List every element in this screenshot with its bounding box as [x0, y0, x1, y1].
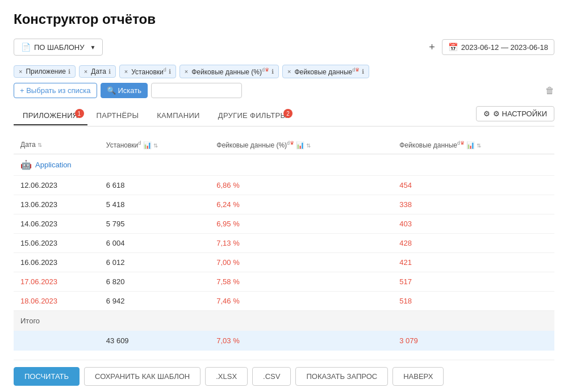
totals-fake-abs-cell: 3 079	[392, 331, 554, 351]
cell-date-5: 17.06.2023	[14, 272, 99, 292]
settings-button[interactable]: ⚙ ⚙ НАСТРОЙКИ	[476, 106, 554, 121]
sort-fake-abs-icon[interactable]: ⇅	[477, 142, 481, 149]
date-info-icon[interactable]: ℹ	[108, 68, 111, 75]
cell-fake-pct-0: 6,86 %	[210, 176, 392, 195]
save-template-button[interactable]: СОХРАНИТЬ КАК ШАБЛОН	[84, 367, 201, 386]
table-row: 16.06.2023 6 012 7,00 % 421	[14, 253, 554, 272]
cell-installs-3: 6 004	[99, 234, 210, 253]
total-label-row: Итого	[14, 311, 554, 331]
cell-fake-pct-4: 7,00 %	[210, 253, 392, 272]
cell-date-4: 16.06.2023	[14, 253, 99, 272]
totals-fake-pct-value: 7,03 %	[216, 336, 239, 345]
remove-fake-pct-filter-button[interactable]: ×	[185, 68, 188, 75]
tab-applications[interactable]: ПРИЛОЖЕНИЯ 1	[14, 107, 87, 125]
chart-icon-installs[interactable]: 📊	[143, 141, 152, 149]
search-row: + Выбрать из списка 🔍 Искать 🗑	[14, 83, 554, 98]
cell-date-3: 15.06.2023	[14, 234, 99, 253]
filter-tag-date: × Дата ℹ	[79, 65, 116, 78]
totals-installs-cell: 43 609	[99, 331, 210, 351]
remove-date-filter-button[interactable]: ×	[84, 68, 87, 75]
action-bar: ПОСЧИТАТЬ СОХРАНИТЬ КАК ШАБЛОН .XLSX .CS…	[14, 360, 554, 386]
remove-app-filter-button[interactable]: ×	[19, 68, 22, 75]
cell-fake-pct-2: 6,95 %	[210, 214, 392, 234]
template-button[interactable]: 📄 ПО ШАБЛОНУ ▼	[14, 39, 103, 56]
sort-date-icon[interactable]: ⇅	[37, 142, 42, 148]
filter-fake-abs-label: Фейковые данныеd♛	[294, 67, 360, 76]
add-from-list-label: + Выбрать из списка	[20, 86, 91, 95]
app-group-row: 🤖 Application	[14, 154, 554, 176]
cell-installs-1: 5 418	[99, 195, 210, 214]
col-date-label: Дата	[20, 141, 36, 149]
total-label: Итого	[20, 317, 40, 325]
show-query-button[interactable]: ПОКАЗАТЬ ЗАПРОС	[295, 367, 388, 386]
installs-info-icon[interactable]: ℹ	[169, 68, 171, 75]
filter-tag-app: × Приложение ℹ	[14, 65, 76, 78]
cell-fake-abs-2: 403	[392, 214, 554, 234]
remove-installs-filter-button[interactable]: ×	[124, 68, 128, 75]
col-fake-pct-icons: 📊 ⇅	[296, 141, 311, 149]
cell-fake-abs-5: 517	[392, 272, 554, 292]
date-range-badge[interactable]: 📅 2023-06-12 — 2023-06-18	[442, 39, 554, 55]
col-header-fake-pct: Фейковые данные (%)d♛ 📊 ⇅	[210, 136, 392, 154]
delete-button[interactable]: 🗑	[545, 86, 554, 96]
show-query-label: ПОКАЗАТЬ ЗАПРОС	[306, 372, 377, 381]
sort-fake-pct-icon[interactable]: ⇅	[306, 142, 311, 149]
remove-fake-abs-filter-button[interactable]: ×	[287, 68, 291, 75]
app-link[interactable]: 🤖 Application	[20, 159, 548, 170]
toolbar-row: 📄 ПО ШАБЛОНУ ▼ + 📅 2023-06-12 — 2023-06-…	[14, 39, 554, 56]
chart-icon-fake-pct[interactable]: 📊	[296, 141, 304, 149]
chart-icon-fake-abs[interactable]: 📊	[466, 141, 475, 149]
col-header-fake-abs: Фейковые данныеd♛ 📊 ⇅	[392, 136, 554, 154]
cell-installs-2: 5 795	[99, 214, 210, 234]
tab-other-filters[interactable]: ДРУГИЕ ФИЛЬТРЫ 2	[209, 107, 296, 125]
date-range-label: 2023-06-12 — 2023-06-18	[461, 43, 548, 52]
tab-campaigns-label: КАМПАНИИ	[157, 111, 200, 120]
fake-abs-info-icon[interactable]: ℹ	[362, 68, 364, 75]
tab-campaigns[interactable]: КАМПАНИИ	[148, 107, 209, 125]
tab-applications-badge: 1	[75, 109, 84, 118]
total-label-cell: Итого	[14, 311, 99, 331]
xlsx-button[interactable]: .XLSX	[205, 367, 248, 386]
filter-installs-label: Установкиd	[131, 67, 166, 76]
col-header-date: Дата ⇅	[14, 136, 99, 154]
calendar-icon: 📅	[448, 43, 458, 52]
table-row: 12.06.2023 6 618 6,86 % 454	[14, 176, 554, 195]
totals-fake-pct-cell: 7,03 %	[210, 331, 392, 351]
cell-fake-abs-6: 518	[392, 292, 554, 311]
sort-installs-icon[interactable]: ⇅	[153, 142, 158, 149]
doc-icon: 📄	[21, 43, 31, 52]
gear-icon: ⚙	[483, 109, 490, 118]
android-icon: 🤖	[20, 159, 32, 170]
filter-tag-fake-pct: × Фейковые данные (%)d♛ ℹ	[179, 65, 279, 78]
calculate-label: ПОСЧИТАТЬ	[24, 372, 69, 381]
fake-pct-info-icon[interactable]: ℹ	[272, 68, 274, 75]
cell-fake-pct-5: 7,58 %	[210, 272, 392, 292]
cell-date-1: 13.06.2023	[14, 195, 99, 214]
add-column-button[interactable]: +	[427, 39, 437, 56]
cell-fake-abs-3: 428	[392, 234, 554, 253]
data-table: Дата ⇅ Установкиd 📊 ⇅ Фейковые данные (%…	[14, 136, 554, 351]
app-info-icon[interactable]: ℹ	[68, 68, 70, 75]
calculate-button[interactable]: ПОСЧИТАТЬ	[14, 367, 80, 386]
totals-date-cell	[14, 331, 99, 351]
app-group-cell: 🤖 Application	[14, 154, 554, 176]
csv-button[interactable]: .CSV	[252, 367, 291, 386]
page-title: Конструктор отчётов	[14, 11, 554, 27]
cell-fake-abs-0: 454	[392, 176, 554, 195]
col-fake-pct-label: Фейковые данные (%)d♛	[216, 141, 294, 149]
tab-other-badge: 2	[283, 109, 293, 118]
cell-date-6: 18.06.2023	[14, 292, 99, 311]
cell-date-2: 14.06.2023	[14, 214, 99, 234]
tab-partners[interactable]: ПАРТНЁРЫ	[87, 107, 148, 125]
to-top-button[interactable]: НАВЕРХ	[392, 367, 444, 386]
search-btn-label: Искать	[118, 86, 142, 95]
app-name-label: Application	[35, 161, 72, 169]
search-input[interactable]	[151, 83, 242, 98]
cell-date-0: 12.06.2023	[14, 176, 99, 195]
save-template-label: СОХРАНИТЬ КАК ШАБЛОН	[95, 372, 190, 381]
add-from-list-button[interactable]: + Выбрать из списка	[14, 83, 97, 98]
search-button[interactable]: 🔍 Искать	[101, 83, 148, 98]
cell-fake-abs-1: 338	[392, 195, 554, 214]
total-fake-abs-placeholder	[392, 311, 554, 331]
filter-tag-fake-abs: × Фейковые данныеd♛ ℹ	[282, 65, 369, 78]
